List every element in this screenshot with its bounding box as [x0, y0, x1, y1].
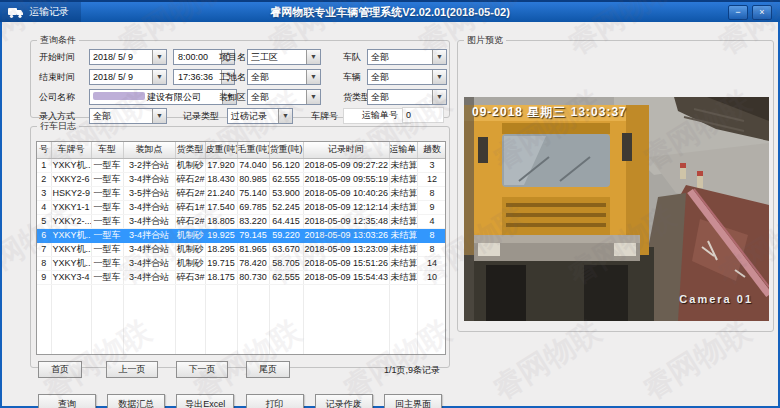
table-cell — [389, 284, 417, 296]
loadzone-select[interactable]: 全部▼ — [247, 89, 321, 105]
table-cell: 53.900 — [269, 186, 303, 200]
chevron-down-icon[interactable]: ▼ — [432, 70, 446, 84]
table-cell: 8 — [37, 256, 51, 270]
table-row[interactable]: 2YXKY2-6一型车3-4拌合站碎石2#18.43080.98562.5552… — [37, 172, 446, 186]
table-cell — [91, 332, 123, 344]
action-button-打印[interactable]: 打印 — [246, 394, 304, 408]
column-header[interactable]: 车牌号 — [51, 142, 91, 158]
table-cell: 机制砂 — [175, 256, 205, 270]
column-header[interactable]: 趟数 — [417, 142, 446, 158]
last-page-button[interactable]: 尾页 — [246, 361, 290, 378]
column-header[interactable]: 号 — [37, 142, 51, 158]
chevron-down-icon[interactable]: ▼ — [306, 90, 320, 104]
table-cell — [417, 320, 446, 332]
table-row[interactable]: 6YXKY机...一型车3-4拌合站机制砂19.92579.14559.2202… — [37, 228, 446, 242]
fleet-select[interactable]: 全部▼ — [367, 49, 447, 65]
table-row[interactable] — [37, 308, 446, 320]
table-row[interactable] — [37, 284, 446, 296]
truck-icon — [8, 7, 24, 18]
table-cell — [303, 284, 389, 296]
table-cell: 64.415 — [269, 214, 303, 228]
company-select[interactable]: 建设有限公司▼ — [89, 89, 237, 105]
table-cell: YXKY1-1 — [51, 200, 91, 214]
column-header[interactable]: 货类型 — [175, 142, 205, 158]
action-button-导出Excel[interactable]: 导出Excel — [176, 394, 234, 408]
chevron-down-icon[interactable]: ▼ — [152, 50, 166, 64]
column-header[interactable]: 记录时间 — [303, 142, 389, 158]
site-select[interactable]: 全部▼ — [247, 69, 321, 85]
table-cell: 未结算 — [389, 270, 417, 284]
table-cell — [205, 320, 237, 332]
table-cell: 3-4拌合站 — [123, 256, 175, 270]
project-label: 项目名 — [219, 49, 246, 65]
table-cell — [417, 296, 446, 308]
column-header[interactable]: 毛重(吨) — [237, 142, 269, 158]
table-cell: 一型车 — [91, 158, 123, 172]
table-cell — [175, 332, 205, 344]
table-cell: YXKY机... — [51, 256, 91, 270]
chevron-down-icon[interactable]: ▼ — [152, 70, 166, 84]
table-cell — [303, 332, 389, 344]
chevron-down-icon[interactable]: ▼ — [432, 50, 446, 64]
table-cell — [37, 320, 51, 332]
table-row[interactable]: 3HSKY2-9一型车3-5拌合站碎石2#21.24075.14053.9002… — [37, 186, 446, 200]
table-cell — [205, 332, 237, 344]
table-cell: 3-4拌合站 — [123, 270, 175, 284]
tab-transport-records[interactable]: 运输记录 — [0, 2, 81, 22]
vehicle-select[interactable]: 全部▼ — [367, 69, 447, 85]
table-cell: 未结算 — [389, 214, 417, 228]
table-row[interactable] — [37, 344, 446, 355]
action-button-数据汇总[interactable]: 数据汇总 — [107, 394, 165, 408]
table-row[interactable] — [37, 296, 446, 308]
column-header[interactable]: 皮重(吨) — [205, 142, 237, 158]
table-row[interactable]: 9YXKY3-4一型车3-4拌合站碎石3#18.17580.73062.5552… — [37, 270, 446, 284]
table-cell: HSKY2-9 — [51, 186, 91, 200]
table-cell — [175, 344, 205, 355]
table-cell: 62.555 — [269, 270, 303, 284]
cargotype-select[interactable]: 全部▼ — [367, 89, 447, 105]
table-cell — [237, 332, 269, 344]
first-page-button[interactable]: 首页 — [38, 361, 82, 378]
start-date-picker[interactable]: 2018/ 5/ 9▼ — [89, 49, 167, 65]
next-page-button[interactable]: 下一页 — [176, 361, 228, 378]
table-cell — [91, 296, 123, 308]
table-cell: 74.040 — [237, 158, 269, 172]
action-button-查询[interactable]: 查询 — [38, 394, 96, 408]
table-cell: 未结算 — [389, 200, 417, 214]
prev-page-button[interactable]: 上一页 — [106, 361, 158, 378]
close-button[interactable]: × — [752, 5, 772, 20]
table-cell: 1 — [37, 158, 51, 172]
action-button-记录作废[interactable]: 记录作废 — [315, 394, 373, 408]
table-cell — [237, 284, 269, 296]
action-button-回主界面[interactable]: 回主界面 — [384, 394, 442, 408]
end-date-picker[interactable]: 2018/ 5/ 9▼ — [89, 69, 167, 85]
column-header[interactable]: 装卸点 — [123, 142, 175, 158]
table-cell: 18.430 — [205, 172, 237, 186]
chevron-down-icon[interactable]: ▼ — [432, 90, 446, 104]
column-header[interactable]: 运输单 — [389, 142, 417, 158]
table-cell — [123, 332, 175, 344]
chevron-down-icon[interactable]: ▼ — [306, 50, 320, 64]
table-row[interactable]: 5YXKY2-...一型车3-4拌合站碎石2#18.80583.22064.41… — [37, 214, 446, 228]
table-cell — [51, 344, 91, 355]
table-row[interactable]: 7YXKY机...一型车3-4拌合站机制砂18.29581.96563.6702… — [37, 242, 446, 256]
minimize-button[interactable]: − — [728, 5, 748, 20]
table-row[interactable]: 8YXKY机...一型车3-4拌合站机制砂19.71578.42058.7052… — [37, 256, 446, 270]
chevron-down-icon[interactable]: ▼ — [306, 70, 320, 84]
table-row[interactable]: 1YXKY机...一型车3-2拌合站机制砂17.92074.04056.1202… — [37, 158, 446, 172]
column-header[interactable]: 车型 — [91, 142, 123, 158]
table-row[interactable] — [37, 332, 446, 344]
loadzone-label: 装卸区 — [219, 89, 246, 105]
project-select[interactable]: 三工区▼ — [247, 49, 321, 65]
table-cell — [123, 296, 175, 308]
table-cell — [303, 308, 389, 320]
table-cell — [389, 296, 417, 308]
table-row[interactable]: 4YXKY1-1一型车3-4拌合站碎石1#17.54069.78552.2452… — [37, 200, 446, 214]
table-cell: 2018-05-09 10:40:26 — [303, 186, 389, 200]
action-button-bar: 查询数据汇总导出Excel打印记录作废回主界面 — [30, 394, 450, 408]
column-header[interactable]: 货重(吨) — [269, 142, 303, 158]
table-row[interactable] — [37, 320, 446, 332]
table-cell — [91, 344, 123, 355]
table-cell — [389, 332, 417, 344]
end-time-label: 结束时间 — [39, 69, 75, 85]
